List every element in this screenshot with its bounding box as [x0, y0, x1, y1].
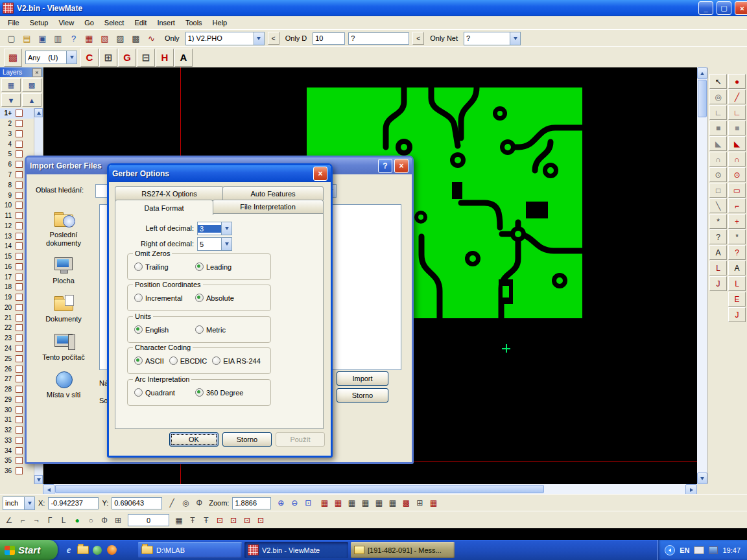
layer-checkbox[interactable]: [16, 130, 23, 137]
layer-checkbox[interactable]: [16, 192, 23, 199]
dcode-view-icon[interactable]: ▨: [113, 31, 128, 45]
zoom-input[interactable]: 1.8866: [232, 497, 271, 509]
swap-pads-icon[interactable]: ⊞: [99, 49, 117, 67]
layer-row-2[interactable]: 2: [0, 119, 34, 129]
merge-table-icon[interactable]: ⊞: [413, 497, 426, 509]
place-recent-documents[interactable]: Poslední dokumenty: [34, 209, 93, 247]
layer-checkbox[interactable]: [16, 386, 23, 393]
layer-colors-icon[interactable]: ▩: [22, 78, 42, 92]
layers-close-icon[interactable]: ×: [32, 68, 42, 77]
layer-row-36[interactable]: 36: [0, 466, 34, 476]
scrollbar-thumb[interactable]: [55, 485, 544, 493]
pad-flash-2-icon[interactable]: ⊡: [227, 515, 240, 526]
radio-eia-rs-244[interactable]: EIA RS-244: [212, 356, 260, 365]
dropdown-arrow-icon[interactable]: [510, 32, 520, 45]
layer-checkbox[interactable]: [16, 375, 23, 382]
left-of-decimal-select[interactable]: 3: [197, 222, 232, 235]
x-coordinate-input[interactable]: -0.942237: [48, 497, 99, 509]
layers-panel-titlebar[interactable]: Layers ×: [0, 67, 43, 77]
radio-quadrant[interactable]: Quadrant: [134, 388, 190, 397]
save-file-icon[interactable]: ▣: [35, 31, 50, 45]
menu-file[interactable]: File: [3, 18, 25, 28]
pad-stack-icon[interactable]: ⊟: [137, 49, 155, 67]
d-code-input[interactable]: 10: [313, 32, 345, 45]
layer-checkbox[interactable]: [16, 202, 23, 209]
draw-corner-icon[interactable]: ∟: [728, 105, 746, 120]
layer-checkbox[interactable]: [16, 457, 23, 464]
radio-leading[interactable]: Leading: [195, 262, 231, 271]
letter-a-icon[interactable]: A: [728, 261, 746, 275]
tab-rs274x-options[interactable]: RS274-X Options: [115, 186, 224, 200]
dropdown-arrow-icon[interactable]: [221, 222, 231, 235]
layer-checkbox[interactable]: [16, 406, 23, 414]
radio-english[interactable]: English: [134, 325, 190, 334]
dropdown-arrow-icon[interactable]: [221, 238, 231, 250]
text-j-icon[interactable]: J: [709, 276, 727, 291]
vertical-scrollbar[interactable]: [697, 67, 707, 484]
layer-checkbox[interactable]: [16, 294, 23, 301]
dropdown-arrow-icon[interactable]: [24, 497, 34, 509]
layer-checkbox[interactable]: [16, 242, 23, 250]
layers-table-icon[interactable]: ▦: [372, 497, 385, 509]
pad-select-icon[interactable]: ◎: [709, 89, 727, 104]
dropdown-arrow-icon[interactable]: [66, 51, 77, 64]
snap-anchor-2-icon[interactable]: Ŧ: [200, 515, 213, 526]
tab-data-format[interactable]: Data Format: [115, 200, 213, 215]
layer-row-1[interactable]: 1+: [0, 108, 34, 119]
tray-chevron-icon[interactable]: [665, 545, 675, 555]
radio-360-degree[interactable]: 360 Degree: [195, 388, 244, 397]
text-tool-icon[interactable]: A: [174, 49, 193, 67]
d-filter-input[interactable]: ?: [348, 32, 409, 45]
help-pointer-icon[interactable]: ?: [66, 31, 81, 45]
h-tool-icon[interactable]: H: [156, 49, 174, 67]
layer-checkbox[interactable]: [16, 345, 23, 352]
print-icon[interactable]: ▥: [51, 31, 65, 45]
target-snap-icon[interactable]: ◎: [179, 497, 192, 509]
text-l-icon[interactable]: L: [709, 261, 727, 275]
layer-checkbox[interactable]: [16, 181, 23, 189]
dialog-help-button[interactable]: ?: [378, 159, 392, 173]
only-net-label[interactable]: Only Net: [427, 33, 460, 43]
flash-point-icon[interactable]: ●: [728, 74, 746, 89]
net-view-icon[interactable]: ▩: [128, 31, 143, 45]
zoom-out-icon[interactable]: ⊖: [288, 497, 301, 509]
draw-query-icon[interactable]: ?: [728, 245, 746, 260]
step-left-icon[interactable]: ⌐: [16, 515, 29, 526]
radio-absolute[interactable]: Absolute: [195, 294, 234, 302]
layer-checkbox[interactable]: [16, 120, 23, 127]
layer-checkbox[interactable]: [16, 283, 23, 290]
open-file-icon[interactable]: ▤: [19, 31, 34, 45]
horizontal-scrollbar[interactable]: [43, 484, 697, 494]
layer-checkbox[interactable]: [16, 447, 23, 454]
origin-anchor-icon[interactable]: Φ: [193, 497, 206, 509]
menu-go[interactable]: Go: [79, 18, 99, 28]
corner-select-icon[interactable]: ∟: [709, 105, 727, 120]
task-191-482-091-mess[interactable]: [191-482-091] - Mess...: [351, 542, 455, 558]
layer-grid-icon[interactable]: ▩: [4, 49, 22, 67]
layer-checkbox[interactable]: [16, 212, 23, 219]
dcode-table-icon[interactable]: ▦: [345, 497, 358, 509]
keyboard-tray-icon[interactable]: [694, 546, 704, 554]
scroll-up-icon[interactable]: [34, 108, 43, 117]
apply-button[interactable]: Použít: [276, 432, 325, 447]
measure-icon[interactable]: ∿: [144, 31, 159, 45]
ok-button[interactable]: OK: [169, 432, 219, 447]
layer-table-icon[interactable]: ▦: [1, 78, 21, 92]
import-close-button[interactable]: ×: [394, 159, 409, 173]
letter-j-icon[interactable]: J: [728, 307, 746, 322]
zoom-in-icon[interactable]: ⊕: [274, 497, 287, 509]
layer-checkbox[interactable]: [16, 366, 23, 373]
letter-l-icon[interactable]: L: [728, 276, 746, 291]
reports-table-icon[interactable]: ▦: [386, 497, 399, 509]
arc-select-icon[interactable]: ∩: [709, 152, 727, 167]
tab-file-interpretation[interactable]: File Interpretation: [212, 200, 324, 213]
place-network[interactable]: Místa v síti: [34, 369, 93, 399]
step-down-icon[interactable]: L: [57, 515, 70, 526]
layer-checkbox[interactable]: [16, 274, 23, 281]
unit-select[interactable]: inch: [3, 496, 35, 510]
any-select[interactable]: Any (U): [25, 51, 77, 64]
menu-insert[interactable]: Insert: [152, 18, 180, 28]
grid-style-icon[interactable]: ▦: [172, 515, 185, 526]
minimize-button[interactable]: _: [698, 1, 713, 15]
fill-select-icon[interactable]: ■: [709, 121, 727, 135]
